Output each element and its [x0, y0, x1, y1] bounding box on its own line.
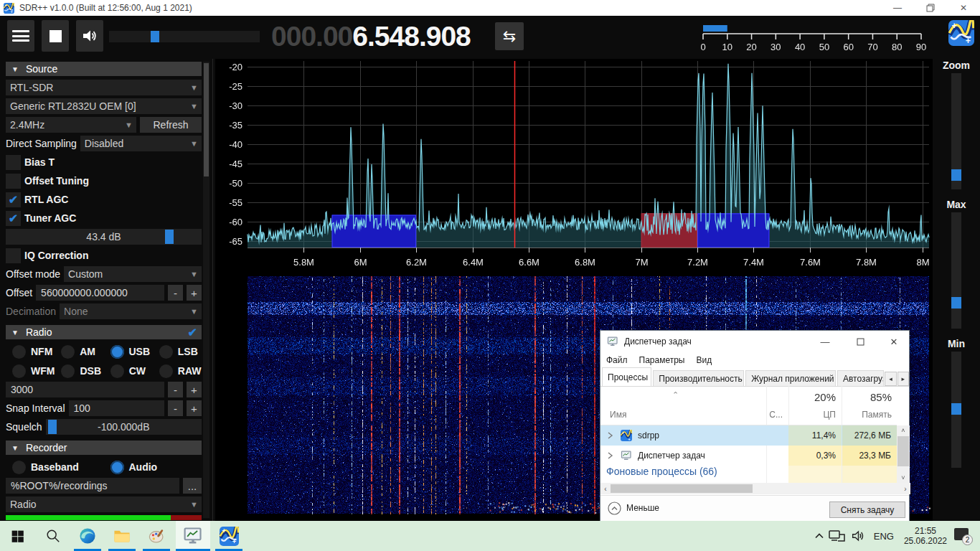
rtl-agc-checkbox[interactable]: ✔ [6, 192, 21, 207]
mode-nfm[interactable]: NFM [6, 343, 55, 360]
process-row-sdrpp[interactable]: ++ sdrpp 11,4% 272,6 МБ [600, 425, 897, 446]
scroll-up-icon[interactable]: ˄ [897, 427, 910, 434]
tab-scroll-left-button[interactable]: ◂ [885, 372, 896, 386]
zoom-slider[interactable] [951, 73, 961, 189]
min-slider[interactable] [951, 352, 961, 468]
offset-input[interactable]: 560000000.000000 [36, 285, 164, 301]
radio-enabled-check-icon[interactable]: ✔ [188, 326, 197, 339]
menu-scrollbar-thumb[interactable] [204, 63, 209, 176]
vscrollbar-thumb[interactable] [897, 436, 909, 466]
notifications-button[interactable]: 2 [954, 528, 971, 544]
fewer-details-label[interactable]: Меньше [626, 503, 659, 513]
edge-taskbar-button[interactable] [72, 521, 103, 551]
min-slider-handle[interactable] [951, 403, 961, 415]
samplerate-select[interactable]: 2.4MHz▼ [6, 117, 136, 133]
column-memory[interactable]: Память [842, 410, 892, 420]
mode-am[interactable]: AM [55, 343, 103, 360]
column-name[interactable]: Имя [610, 410, 626, 420]
zoom-slider-handle[interactable] [951, 169, 961, 181]
source-panel-header[interactable]: ▼Source [6, 62, 202, 76]
squelch-slider[interactable]: -100.000dB [46, 419, 202, 435]
taskmgr-close-button[interactable]: ✕ [877, 331, 910, 352]
process-row-taskmgr[interactable]: Диспетчер задач 0,3% 23,3 МБ [600, 446, 897, 466]
bias-t-checkbox[interactable] [6, 155, 21, 170]
refresh-button[interactable]: Refresh [140, 117, 202, 133]
offset-mode-select[interactable]: Custom▼ [64, 266, 202, 282]
rtl-device-select[interactable]: Generic RTL2832U OEM [0]▼ [6, 98, 202, 114]
explorer-taskbar-button[interactable] [106, 521, 138, 551]
tab-app-history[interactable]: Журнал приложений [745, 370, 836, 386]
mode-lsb[interactable]: LSB [153, 343, 202, 360]
tab-startup[interactable]: Автозагруз [837, 370, 884, 386]
gain-slider-handle[interactable] [165, 230, 174, 244]
mode-usb[interactable]: USB [104, 343, 153, 360]
fft-spectrum[interactable] [215, 59, 933, 274]
recorder-stream-select[interactable]: Radio▼ [6, 496, 202, 512]
search-button[interactable] [37, 521, 69, 551]
mode-cw[interactable]: CW [104, 362, 153, 380]
close-button[interactable]: ✕ [947, 0, 980, 16]
expand-chevron-icon[interactable] [608, 432, 613, 439]
taskmgr-taskbar-button[interactable] [176, 521, 210, 551]
hscrollbar-thumb[interactable] [611, 484, 753, 493]
end-task-button[interactable]: Снять задачу [829, 501, 905, 518]
menu-file[interactable]: Файл [600, 355, 633, 365]
taskmgr-vertical-scrollbar[interactable]: ˄ ˅ [897, 425, 910, 483]
minimize-button[interactable]: — [881, 0, 914, 16]
snap-increment-button[interactable]: + [187, 400, 202, 416]
bandwidth-input[interactable]: 3000 [6, 382, 164, 397]
fewer-details-icon[interactable] [608, 501, 621, 515]
frequency-display[interactable]: 000.006.548.908 [271, 19, 471, 55]
taskmgr-maximize-button[interactable] [844, 331, 877, 352]
menu-view[interactable]: Вид [690, 355, 717, 365]
recorder-mode-baseband[interactable]: Baseband [6, 458, 104, 476]
direct-sampling-select[interactable]: Disabled▼ [80, 136, 202, 151]
recorder-mode-audio[interactable]: Audio [104, 458, 202, 476]
bandwidth-increment-button[interactable]: + [187, 382, 202, 397]
scroll-left-icon[interactable]: ‹ [600, 485, 611, 493]
iq-correction-checkbox[interactable] [6, 248, 21, 263]
mode-raw[interactable]: RAW [153, 362, 202, 380]
taskmgr-horizontal-scrollbar[interactable]: ‹ › [600, 483, 910, 494]
mute-button[interactable] [76, 20, 103, 52]
scroll-down-icon[interactable]: ˅ [897, 474, 910, 481]
snap-interval-input[interactable]: 100 [69, 400, 165, 416]
recording-path-input[interactable]: %ROOT%/recordings [6, 478, 179, 494]
mode-dsb[interactable]: DSB [55, 362, 103, 380]
mode-wfm[interactable]: WFM [6, 362, 55, 380]
tuning-mode-button[interactable]: ⇆ [495, 22, 524, 50]
keyboard-language[interactable]: ENG [868, 531, 900, 542]
recorder-panel-header[interactable]: ▼Recorder [6, 441, 202, 455]
volume-slider-handle[interactable] [151, 31, 159, 42]
expand-chevron-icon[interactable] [608, 452, 613, 459]
stop-button[interactable] [42, 20, 69, 52]
paint-taskbar-button[interactable] [141, 521, 172, 551]
column-status[interactable]: С... [767, 410, 783, 420]
clock[interactable]: 21:55 25.06.2022 [900, 526, 951, 546]
menu-options[interactable]: Параметры [633, 355, 691, 365]
offset-decrement-button[interactable]: - [168, 285, 183, 301]
max-slider[interactable] [951, 212, 961, 329]
decimation-select[interactable]: None▼ [60, 303, 202, 319]
snap-decrement-button[interactable]: - [168, 400, 183, 416]
gain-slider[interactable]: 43.4 dB [6, 229, 202, 245]
browse-button[interactable]: ... [183, 478, 202, 494]
column-cpu[interactable]: ЦП [788, 410, 836, 420]
max-slider-handle[interactable] [951, 297, 961, 309]
tray-speaker-icon[interactable] [849, 528, 867, 544]
tab-performance[interactable]: Производительность [653, 370, 744, 386]
memory-total-percent[interactable]: 85% [842, 391, 892, 403]
tab-scroll-right-button[interactable]: ▸ [897, 372, 909, 386]
main-menu-button[interactable] [7, 20, 34, 52]
taskmgr-minimize-button[interactable]: — [809, 331, 842, 352]
restore-button[interactable] [914, 0, 947, 16]
tuner-agc-checkbox[interactable]: ✔ [6, 211, 21, 226]
offset-increment-button[interactable]: + [187, 285, 202, 301]
scroll-right-icon[interactable]: › [900, 485, 910, 493]
source-device-select[interactable]: RTL-SDR▼ [6, 80, 202, 95]
network-icon[interactable] [828, 528, 847, 544]
background-processes-group[interactable]: Фоновые процессы (66) [606, 466, 764, 482]
offset-tuning-checkbox[interactable] [6, 174, 21, 189]
radio-panel-header[interactable]: ▼Radio ✔ [6, 325, 202, 339]
volume-slider[interactable] [109, 31, 260, 42]
